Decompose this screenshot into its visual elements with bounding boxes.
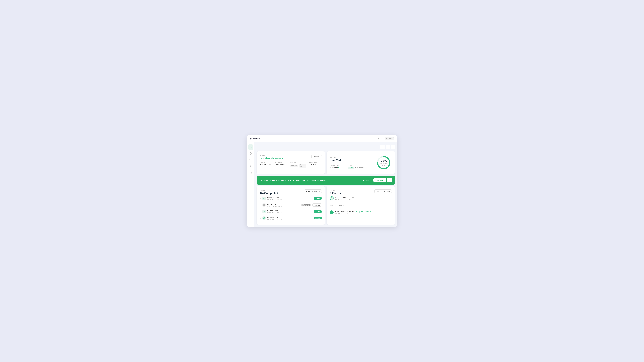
other-dot2 [332, 205, 332, 206]
expand-arrow-denylist[interactable]: ▶ [260, 211, 261, 212]
expand-arrow-liveness[interactable]: ▶ [260, 217, 261, 219]
sidebar-item-tag[interactable] [248, 157, 253, 163]
checks-passed-section: Checks Passed 4/4 passed [330, 164, 346, 169]
passed-dot [338, 167, 339, 168]
email-value: felix@passbase.com [260, 157, 284, 160]
other-dot3 [332, 205, 333, 206]
timeline-item-accepted: Verification accepted by felix@passbas.e… [330, 211, 392, 215]
banner-text-link[interactable]: without warnings [314, 179, 327, 181]
passport-status-badge: CLEAN [314, 197, 322, 200]
aml-check-icon [262, 203, 266, 207]
timeline-content-accepted: Verification accepted by felix@passbas.e… [335, 211, 371, 215]
counter-text: 1/51 left [377, 138, 383, 140]
decline-button[interactable]: Decline [360, 178, 372, 182]
document-icon [250, 165, 252, 168]
timeline-title-initial: Initial verification received [335, 196, 355, 198]
back-arrow-icon [258, 146, 260, 148]
aml-check-info: AML Check Anti Money Laundering [267, 203, 300, 207]
other-dot1 [330, 205, 331, 206]
dot3 [373, 139, 375, 139]
expand-arrow-aml[interactable]: ▶ [260, 204, 261, 206]
nav-more-button[interactable] [380, 145, 385, 149]
bottom-card-grid: Checks 4/4 Completed Trigger New Check ▶ [256, 186, 395, 225]
risk-left: Risk Level Low Risk Checks Passed 4/4 pa… [330, 157, 364, 169]
main-layout: Email(s) felix@passbase.com Actions Iden… [247, 142, 397, 227]
doc-badges: Passport , National ID [290, 164, 306, 168]
trigger-check-button[interactable]: Trigger New Check [304, 189, 322, 193]
timeline-count: 2 Events [330, 192, 341, 195]
sandbox-badge: Sandbox [385, 137, 394, 140]
documents-label: Document(s) [290, 162, 306, 163]
risk-card: Risk Level Low Risk Checks Passed 4/4 pa… [326, 151, 395, 174]
sidebar-item-shield[interactable] [248, 151, 253, 156]
chevron-right-icon [392, 146, 394, 148]
confidence-circle: 75% Confidence Score [376, 155, 392, 171]
banner-text: This verification has a total confidence… [260, 179, 328, 181]
checks-passed-value: 4/4 passed [330, 167, 346, 168]
activate-button[interactable]: Activate [312, 203, 322, 207]
denylist-sync-icon [263, 211, 265, 213]
checks-count: 4/4 Completed [260, 192, 278, 195]
chevron-left-icon [387, 146, 388, 148]
tag-icon [250, 159, 252, 161]
actor-link[interactable]: felix@passbas.ecom [354, 211, 371, 213]
top-bar: passbase 1/51 left Sandbox [247, 135, 397, 142]
scoring-value: +5,5% above Average [348, 167, 364, 169]
denylist-check-name: Denylist Check [267, 210, 312, 212]
denylist-status-badge: CLEAN [314, 210, 322, 213]
check-item-denylist: ▶ Denylist Check Oct 3, 2020, 10:24 PM C… [260, 208, 322, 215]
sidebar-item-identity[interactable] [248, 144, 253, 150]
timeline-title-section: Timeline 2 Events [330, 189, 341, 195]
liveness-check-date: Oct 3, 2020, 10:24 PM [267, 218, 312, 220]
score-badge: +5,5% [348, 167, 354, 169]
liveness-status-badge: CLEAN [314, 217, 322, 219]
prev-button[interactable] [386, 145, 390, 149]
svg-point-1 [250, 159, 250, 160]
back-button[interactable] [256, 145, 261, 149]
risk-card-content: Risk Level Low Risk Checks Passed 4/4 pa… [330, 155, 392, 171]
circle-label: Confidence Score [380, 163, 388, 166]
doc-badge-national-id: National ID [299, 164, 306, 168]
shield-icon [250, 152, 252, 155]
aml-check-sub: Anti Money Laundering [267, 205, 300, 207]
aml-check-name: AML Check [267, 203, 300, 205]
fullname-value: Felix Gerlach [275, 164, 289, 166]
fullname-label: Full Name [275, 162, 289, 163]
sidebar-item-settings[interactable] [248, 170, 253, 175]
app-window: passbase 1/51 left Sandbox [247, 135, 397, 227]
other-events: 6 other events [330, 204, 392, 206]
layers-icon [250, 172, 252, 174]
timeline-card: Timeline 2 Events Trigger New Event [326, 186, 395, 225]
last-updated-label: Last Updated [308, 162, 322, 163]
check-item-passport: ▶ Passport Check Oct 3, 2020, 10:24 PM C… [260, 195, 322, 202]
passport-check-name: Passport Check [267, 197, 312, 199]
timeline-content-initial: Initial verification received ▸ Oct 3, 2… [335, 196, 355, 200]
check-item-liveness: ▶ Liveness Check Oct 3, 2020, 10:24 PM C… [260, 215, 322, 221]
email-label: Email(s) [260, 155, 284, 156]
top-bar-dots [368, 139, 375, 139]
actions-button[interactable]: Actions [312, 155, 322, 159]
timeline-sub-accepted: ▸ Oct 3, 2020, 10:24 PM [335, 213, 371, 215]
content-top-nav [256, 144, 395, 150]
liveness-check-info: Liveness Check Oct 3, 2020, 10:24 PM [267, 216, 312, 220]
aml-sync-icon [263, 204, 265, 206]
timeline-sub-initial: ▸ Oct 3, 2020, 10:24 PM [335, 199, 355, 200]
identity-details: Identifier 2323-2332-23-3 Full Name Feli… [260, 162, 322, 168]
checks-card: Checks 4/4 Completed Trigger New Check ▶ [256, 186, 325, 225]
timeline-icon-accepted [330, 211, 334, 214]
banner-actions: Decline Approve [360, 178, 392, 182]
next-button[interactable] [391, 145, 395, 149]
liveness-check-icon [262, 216, 266, 220]
checks-passed-label: Checks Passed [330, 164, 346, 166]
nav-actions [380, 145, 395, 149]
sidebar-item-document[interactable] [248, 164, 253, 169]
scoring-section: Scoring +5,5% above Average [348, 164, 364, 169]
trigger-event-button[interactable]: Trigger New Event [374, 189, 392, 193]
approve-button[interactable]: Approve [374, 178, 386, 182]
banner-more-button[interactable] [387, 178, 392, 182]
dot1 [368, 139, 370, 139]
last-updated-value: 3. Oct 2020 [308, 164, 322, 166]
banner-text-part2: . [328, 179, 328, 181]
identifier-value: 2323-2332-23-3 [260, 164, 274, 166]
expand-arrow-passport[interactable]: ▶ [260, 198, 261, 199]
